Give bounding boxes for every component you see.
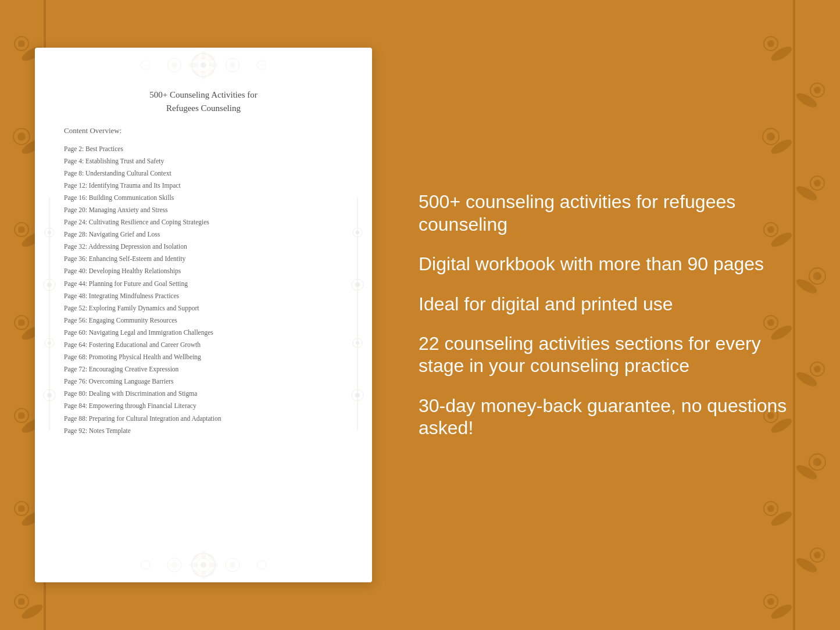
feature-text: Ideal for digital and printed use (419, 293, 805, 315)
card-bottom-decoration (35, 547, 372, 582)
svg-point-103 (48, 341, 51, 345)
text-panel: 500+ counseling activities for refugees … (407, 191, 805, 439)
toc-item: Page 76: Overcoming Language Barriers (64, 375, 343, 388)
toc-item: Page 84: Empowering through Financial Li… (64, 400, 343, 412)
toc-item: Page 52: Exploring Family Dynamics and S… (64, 302, 343, 314)
feature-text: 500+ counseling activities for refugees … (419, 191, 805, 235)
svg-point-121 (209, 563, 218, 567)
toc-item: Page 88: Preparing for Cultural Integrat… (64, 412, 343, 424)
svg-point-114 (355, 393, 360, 398)
main-layout: 500+ Counseling Activities for Refugees … (0, 0, 840, 630)
svg-point-118 (201, 550, 206, 560)
svg-point-86 (209, 63, 218, 67)
svg-point-110 (355, 282, 360, 287)
toc-item: Page 24: Cultivating Resilience and Copi… (64, 216, 343, 228)
svg-point-96 (257, 60, 266, 70)
toc-item: Page 56: Engaging Community Resources (64, 314, 343, 326)
toc-item: Page 68: Promoting Physical Health and W… (64, 351, 343, 363)
svg-point-85 (189, 63, 198, 67)
toc-item: Page 4: Establishing Trust and Safety (64, 155, 343, 167)
toc-item: Page 48: Integrating Mindfulness Practic… (64, 289, 343, 302)
content-overview-label: Content Overview: (64, 126, 343, 135)
document-title-line2: Refugees Counseling (166, 103, 241, 113)
feature-text: 22 counseling activities sections for ev… (419, 332, 805, 377)
toc-item: Page 28: Navigating Grief and Loss (64, 228, 343, 241)
svg-point-92 (171, 62, 177, 68)
toc-item: Page 32: Addressing Depression and Isola… (64, 241, 343, 253)
svg-point-94 (230, 62, 235, 68)
svg-point-84 (201, 70, 206, 80)
feature-text: 30-day money-back guarantee, no question… (419, 395, 805, 439)
svg-point-99 (48, 231, 51, 234)
card-right-decoration (349, 198, 366, 432)
svg-point-112 (356, 341, 359, 345)
svg-point-95 (141, 60, 150, 70)
svg-point-129 (230, 562, 235, 568)
toc-item: Page 64: Fostering Educational and Caree… (64, 339, 343, 351)
document-title: 500+ Counseling Activities for Refugees … (64, 88, 343, 114)
svg-point-105 (47, 393, 52, 398)
svg-point-108 (356, 231, 359, 234)
svg-point-101 (47, 282, 52, 287)
card-left-decoration (41, 198, 58, 432)
svg-point-119 (201, 570, 206, 579)
toc-item: Page 36: Enhancing Self-Esteem and Ident… (64, 253, 343, 265)
toc-item: Page 80: Dealing with Discrimination and… (64, 388, 343, 400)
svg-point-83 (201, 51, 206, 60)
toc-item: Page 40: Developing Healthy Relationship… (64, 265, 343, 277)
toc-list: Page 2: Best PracticesPage 4: Establishi… (64, 142, 343, 436)
svg-point-117 (201, 562, 206, 568)
toc-item: Page 60: Navigating Legal and Immigratio… (64, 326, 343, 338)
toc-item: Page 20: Managing Anxiety and Stress (64, 203, 343, 216)
svg-point-130 (141, 560, 150, 570)
toc-item: Page 44: Planning for Future and Goal Se… (64, 277, 343, 289)
svg-point-127 (171, 562, 177, 568)
toc-item: Page 92: Notes Template (64, 424, 343, 436)
toc-item: Page 72: Encouraging Creative Expression (64, 363, 343, 375)
feature-text: Digital workbook with more than 90 pages (419, 253, 805, 275)
toc-item: Page 8: Understanding Cultural Context (64, 167, 343, 179)
document-card: 500+ Counseling Activities for Refugees … (35, 48, 372, 582)
svg-point-131 (257, 560, 266, 570)
toc-item: Page 16: Building Communication Skills (64, 191, 343, 203)
svg-point-82 (201, 62, 206, 68)
toc-item: Page 2: Best Practices (64, 142, 343, 155)
toc-item: Page 12: Identifying Trauma and Its Impa… (64, 179, 343, 191)
svg-point-120 (189, 563, 198, 567)
document-title-line1: 500+ Counseling Activities for (149, 90, 258, 99)
card-top-decoration (35, 48, 372, 83)
